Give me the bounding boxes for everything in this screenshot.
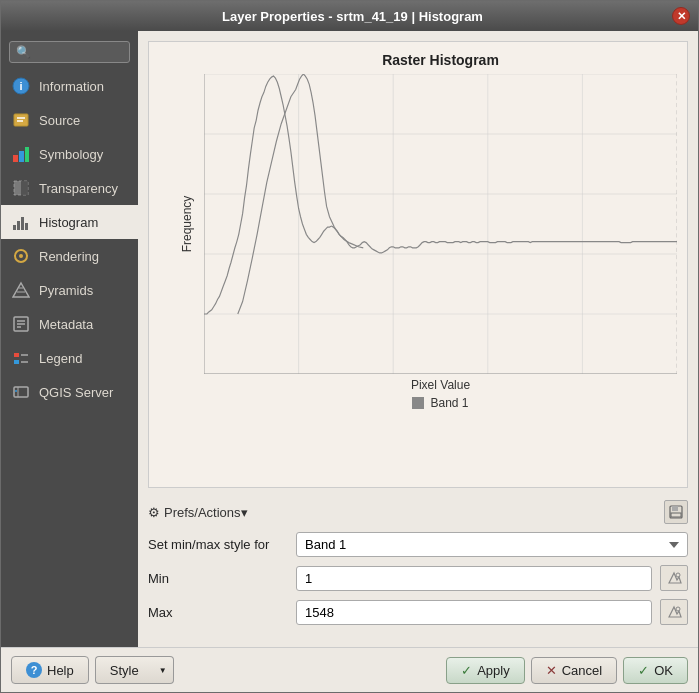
information-icon: i [11, 76, 31, 96]
chart-container: Frequency [204, 74, 677, 374]
ok-checkmark-icon: ✓ [638, 663, 649, 678]
ok-button[interactable]: ✓ OK [623, 657, 688, 684]
max-pick-button[interactable] [660, 599, 688, 625]
sidebar-item-histogram[interactable]: Histogram [1, 205, 138, 239]
max-input[interactable] [296, 600, 652, 625]
svg-point-61 [676, 607, 680, 611]
style-label: Style [110, 663, 139, 678]
histogram-title: Raster Histogram [204, 52, 677, 68]
svg-text:i: i [19, 80, 22, 92]
sidebar-item-qgis-server[interactable]: QGIS Server [1, 375, 138, 409]
band-legend-label: Band 1 [430, 396, 468, 410]
prefs-row: ⚙ Prefs/Actions▾ [148, 500, 688, 524]
sidebar: 🔍 i Information [1, 31, 138, 647]
x-axis-label: Pixel Value [204, 378, 677, 392]
window-title: Layer Properties - srtm_41_19 | Histogra… [33, 9, 672, 24]
svg-rect-6 [19, 151, 24, 162]
bottom-bar: ? Help Style ▼ ✓ Apply ✕ Cancel [1, 647, 698, 692]
min-label: Min [148, 571, 288, 586]
sidebar-item-metadata-label: Metadata [39, 317, 93, 332]
min-pick-button[interactable] [660, 565, 688, 591]
svg-marker-17 [13, 283, 29, 297]
min-row: Min [148, 565, 688, 591]
search-icon: 🔍 [16, 45, 31, 59]
ok-label: OK [654, 663, 673, 678]
svg-rect-2 [14, 114, 28, 126]
sidebar-item-metadata[interactable]: Metadata [1, 307, 138, 341]
sidebar-item-histogram-label: Histogram [39, 215, 98, 230]
min-max-row: Set min/max style for Band 1 [148, 532, 688, 557]
sidebar-item-transparency[interactable]: Transparency [1, 171, 138, 205]
svg-rect-7 [25, 147, 29, 162]
save-icon [668, 504, 684, 520]
help-button[interactable]: ? Help [11, 656, 89, 684]
content-area: 🔍 i Information [1, 31, 698, 647]
prefs-icon: ⚙ [148, 505, 160, 520]
sidebar-item-rendering-label: Rendering [39, 249, 99, 264]
svg-rect-13 [21, 217, 24, 230]
bottom-left-buttons: ? Help Style ▼ [11, 656, 174, 684]
svg-rect-11 [13, 225, 16, 230]
max-pick-icon [666, 604, 682, 620]
prefs-actions-button[interactable]: ⚙ Prefs/Actions▾ [148, 505, 248, 520]
search-box[interactable]: 🔍 [9, 41, 130, 63]
metadata-icon [11, 314, 31, 334]
sidebar-item-qgis-server-label: QGIS Server [39, 385, 113, 400]
svg-rect-24 [14, 353, 19, 357]
svg-point-60 [676, 573, 680, 577]
sidebar-item-symbology-label: Symbology [39, 147, 103, 162]
band-legend-box [412, 397, 424, 409]
rendering-icon [11, 246, 31, 266]
svg-rect-28 [14, 387, 28, 397]
prefs-actions-label: Prefs/Actions▾ [164, 505, 248, 520]
style-button[interactable]: Style [95, 656, 153, 684]
sidebar-item-information[interactable]: i Information [1, 69, 138, 103]
search-input[interactable] [35, 45, 123, 59]
qgis-server-icon [11, 382, 31, 402]
cancel-button[interactable]: ✕ Cancel [531, 657, 617, 684]
cancel-label: Cancel [562, 663, 602, 678]
max-label: Max [148, 605, 288, 620]
main-panel: Raster Histogram Frequency [138, 31, 698, 647]
sidebar-item-symbology[interactable]: Symbology [1, 137, 138, 171]
max-row: Max [148, 599, 688, 625]
sidebar-item-source[interactable]: Source [1, 103, 138, 137]
source-icon [11, 110, 31, 130]
sidebar-item-legend-label: Legend [39, 351, 82, 366]
histogram-svg: 200 150 100 50 0 0 200 400 600 800 1000 … [204, 74, 677, 374]
main-window: Layer Properties - srtm_41_19 | Histogra… [0, 0, 699, 693]
svg-point-30 [15, 390, 17, 392]
min-pick-icon [666, 570, 682, 586]
svg-rect-59 [671, 513, 681, 517]
y-axis-label: Frequency [180, 196, 194, 253]
band-legend: Band 1 [204, 396, 677, 410]
style-button-wrap: Style ▼ [95, 656, 174, 684]
pyramids-icon [11, 280, 31, 300]
set-min-max-label: Set min/max style for [148, 537, 288, 552]
style-dropdown-icon: ▼ [159, 666, 167, 675]
symbology-icon [11, 144, 31, 164]
svg-rect-9 [14, 181, 21, 195]
sidebar-item-information-label: Information [39, 79, 104, 94]
sidebar-item-transparency-label: Transparency [39, 181, 118, 196]
histogram-icon [11, 212, 31, 232]
apply-label: Apply [477, 663, 510, 678]
band-select[interactable]: Band 1 [296, 532, 688, 557]
controls-area: ⚙ Prefs/Actions▾ Set min/max style for [148, 496, 688, 637]
svg-point-16 [19, 254, 23, 258]
sidebar-item-source-label: Source [39, 113, 80, 128]
svg-rect-14 [25, 223, 28, 230]
help-icon: ? [26, 662, 42, 678]
min-input[interactable] [296, 566, 652, 591]
svg-rect-10 [21, 181, 28, 195]
style-dropdown-button[interactable]: ▼ [153, 656, 174, 684]
sidebar-item-pyramids-label: Pyramids [39, 283, 93, 298]
sidebar-item-legend[interactable]: Legend [1, 341, 138, 375]
sidebar-item-rendering[interactable]: Rendering [1, 239, 138, 273]
svg-rect-58 [672, 506, 678, 511]
save-button[interactable] [664, 500, 688, 524]
sidebar-item-pyramids[interactable]: Pyramids [1, 273, 138, 307]
close-button[interactable]: ✕ [672, 7, 690, 25]
apply-button[interactable]: ✓ Apply [446, 657, 525, 684]
svg-rect-5 [13, 155, 18, 162]
